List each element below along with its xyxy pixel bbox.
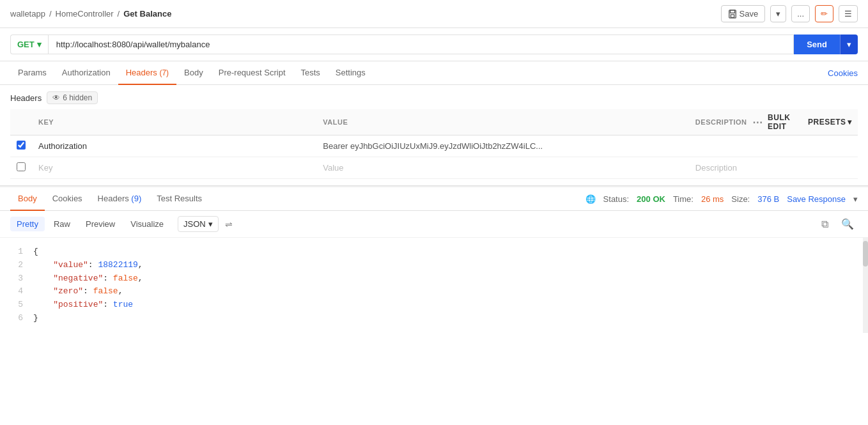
more-cols-icon[interactable]: ⋯ — [752, 116, 763, 128]
placeholder-desc-cell: Description — [689, 157, 858, 179]
top-bar: walletapp / HomeController / Get Balance… — [0, 0, 868, 28]
format-label: JSON — [183, 219, 206, 229]
globe-icon: 🌐 — [585, 194, 596, 204]
format-tab-preview[interactable]: Preview — [79, 217, 121, 231]
status-label: Status: — [603, 194, 629, 204]
row-value[interactable]: Bearer eyJhbGciOiJIUzUxMiJ9.eyJzdWliOiJt… — [323, 141, 543, 151]
placeholder-key-cell: Key — [32, 157, 316, 179]
bulk-edit-label[interactable]: Bulk Edit — [768, 113, 803, 131]
line-content-5: "positive": true — [33, 298, 133, 312]
tab-params[interactable]: Params — [10, 61, 54, 85]
line-content-3: "negative": false, — [33, 272, 143, 286]
tab-authorization[interactable]: Authorization — [54, 61, 118, 85]
comment-button[interactable]: ☰ — [839, 5, 858, 22]
placeholder-value[interactable]: Value — [323, 163, 343, 173]
presets-chevron-icon: ▾ — [848, 118, 852, 127]
line-num-4: 4 — [10, 285, 23, 298]
cookies-link[interactable]: Cookies — [828, 68, 858, 78]
format-bar-right: ⧉ 🔍 — [818, 217, 858, 231]
format-tab-raw[interactable]: Raw — [47, 217, 77, 231]
breadcrumb-action: Get Balance — [123, 9, 171, 19]
breadcrumb-controller[interactable]: HomeController — [56, 9, 114, 19]
save-button[interactable]: Save — [721, 5, 766, 22]
tab-prerequest[interactable]: Pre-request Script — [211, 61, 293, 85]
line-content-1: { — [33, 245, 38, 259]
svg-rect-2 — [731, 14, 734, 17]
placeholder-checkbox[interactable] — [17, 162, 26, 171]
copy-button[interactable]: ⧉ — [818, 217, 832, 231]
presets-label[interactable]: Presets ▾ — [808, 118, 851, 127]
format-tab-visualize[interactable]: Visualize — [124, 217, 170, 231]
wrap-lines-button[interactable]: ⇌ — [221, 218, 236, 231]
line-num-1: 1 — [10, 245, 23, 259]
send-dropdown-button[interactable]: ▾ — [840, 35, 858, 54]
search-button[interactable]: 🔍 — [837, 217, 858, 231]
line-content-4: "zero": false, — [33, 285, 123, 298]
url-input[interactable] — [48, 35, 794, 54]
save-response-chevron-icon[interactable]: ▾ — [853, 194, 858, 204]
placeholder-description[interactable]: Description — [695, 163, 737, 173]
scrollbar[interactable] — [863, 238, 868, 333]
response-tab-headers[interactable]: Headers (9) — [90, 187, 150, 211]
response-headers-badge: (9) — [131, 194, 141, 203]
top-bar-actions: Save ▾ ... ✏ ☰ — [721, 5, 858, 22]
tab-settings[interactable]: Settings — [328, 61, 373, 85]
code-line-1: 1 { — [10, 245, 858, 259]
breadcrumb-sep2: / — [118, 9, 120, 19]
response-tab-test-results[interactable]: Test Results — [149, 187, 210, 211]
url-bar: GET ▾ Send ▾ — [0, 28, 868, 61]
method-select[interactable]: GET ▾ — [10, 35, 48, 54]
placeholder-key[interactable]: Key — [38, 163, 52, 173]
row-key[interactable]: Authorization — [38, 141, 87, 151]
status-value: 200 OK — [637, 194, 665, 204]
more-options-button[interactable]: ... — [791, 5, 810, 22]
save-icon — [728, 10, 737, 19]
code-line-2: 2 "value": 18822119, — [10, 259, 858, 272]
headers-title: Headers 👁 6 hidden — [10, 91, 858, 104]
tab-body[interactable]: Body — [176, 61, 211, 85]
format-select[interactable]: JSON ▾ — [178, 216, 219, 232]
line-content-2: "value": 18822119, — [33, 259, 143, 272]
save-label: Save — [740, 9, 759, 19]
breadcrumb-app[interactable]: walletapp — [10, 9, 45, 19]
line-content-6: } — [33, 312, 38, 325]
headers-badge: (7) — [159, 68, 169, 77]
line-num-5: 5 — [10, 298, 23, 312]
row-checkbox[interactable] — [17, 141, 26, 150]
row-key-cell: Authorization — [32, 135, 316, 157]
svg-rect-1 — [730, 10, 734, 12]
eye-icon: 👁 — [52, 93, 60, 102]
code-line-4: 4 "zero": false, — [10, 285, 858, 298]
response-section: Body Cookies Headers (9) Test Results 🌐 … — [0, 186, 868, 333]
line-num-6: 6 — [10, 312, 23, 325]
code-line-6: 6 } — [10, 312, 858, 325]
response-meta: 🌐 Status: 200 OK Time: 26 ms Size: 376 B… — [585, 194, 858, 204]
edit-button[interactable]: ✏ — [815, 5, 833, 22]
table-row-placeholder: Key Value Description — [10, 157, 858, 179]
method-label: GET — [17, 40, 35, 49]
th-value: VALUE — [316, 109, 689, 135]
save-response-button[interactable]: Save Response — [787, 194, 846, 204]
format-tab-pretty[interactable]: Pretty — [10, 217, 45, 231]
response-tab-body[interactable]: Body — [10, 187, 45, 211]
scrollbar-thumb[interactable] — [863, 241, 868, 267]
th-description: DESCRIPTION ⋯ Bulk Edit Presets ▾ — [689, 109, 858, 135]
dropdown-arrow-button[interactable]: ▾ — [770, 5, 786, 22]
hidden-count: 6 hidden — [63, 93, 92, 102]
time-value: 26 ms — [701, 194, 724, 204]
response-tab-cookies[interactable]: Cookies — [45, 187, 90, 211]
breadcrumb-sep1: / — [49, 9, 52, 19]
tab-headers[interactable]: Headers (7) — [118, 61, 176, 85]
breadcrumb: walletapp / HomeController / Get Balance — [10, 9, 171, 19]
tab-tests[interactable]: Tests — [293, 61, 328, 85]
placeholder-value-cell: Value — [316, 157, 689, 179]
th-key: KEY — [32, 109, 316, 135]
response-tabs: Body Cookies Headers (9) Test Results 🌐 … — [0, 187, 868, 211]
table-row: Authorization Bearer eyJhbGciOiJIUzUxMiJ… — [10, 135, 858, 157]
line-num-3: 3 — [10, 272, 23, 286]
method-chevron-icon: ▾ — [37, 40, 42, 49]
size-value: 376 B — [757, 194, 779, 204]
send-button[interactable]: Send — [794, 35, 840, 54]
row-desc-cell — [689, 135, 858, 157]
send-button-group: Send ▾ — [794, 35, 858, 54]
